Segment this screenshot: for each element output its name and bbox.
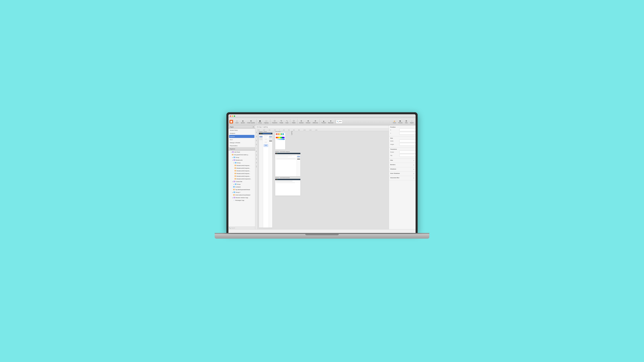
intersect-button[interactable]: ⊗ Intersect: [305, 119, 312, 125]
group-icon: ▣: [259, 120, 261, 122]
mock-dot-r: [260, 133, 260, 134]
flatten-button[interactable]: ⬡ Flatten: [291, 119, 296, 125]
layer-breadcrumb-comp-6[interactable]: Breadcrumb/Component...: [228, 177, 255, 180]
subtract-label: Subtract: [299, 122, 304, 123]
cloud-button[interactable]: ☁ Cloud: [392, 119, 397, 125]
backward-button[interactable]: ▼ Backward: [327, 119, 334, 125]
layer-breadcrumb-comp-5[interactable]: Breadcrumb/Compone...: [228, 175, 255, 177]
layer-context-bar[interactable]: ▾ Context Bar: [228, 180, 255, 183]
scale-button[interactable]: ⤡ Scale: [284, 119, 290, 125]
zoom-value: 35%: [339, 121, 342, 122]
fills-add-button[interactable]: +: [413, 160, 414, 162]
layer-breadcrumb-comp-2[interactable]: Breadcrumb/Compone...: [228, 167, 255, 169]
screen-inner: + Insert ◈ Symbol ⊕ Create Symbol ▣: [228, 114, 416, 233]
mock-card-2: [264, 141, 268, 144]
mock-content-area: [259, 134, 272, 228]
layers-section: Explorer ▾ Info Panel: [228, 147, 255, 227]
flip-label: Flip: [390, 155, 399, 156]
component-icon-5: [234, 173, 236, 174]
mock-dot-y-3: [276, 179, 277, 180]
subtract-button[interactable]: ⊖ Subtract: [298, 119, 304, 125]
flip-input[interactable]: [399, 154, 416, 157]
flatten-icon: ⬡: [293, 120, 295, 122]
size-title: Size: [390, 137, 414, 139]
layer-container[interactable]: Container: [228, 186, 255, 188]
layer-info-panel[interactable]: ▾ Info Panel: [228, 151, 255, 153]
gaussian-blur-add-button[interactable]: +: [413, 177, 414, 179]
size-section: Size Width Height: [389, 136, 416, 147]
mock-card-selected: [264, 144, 268, 147]
search-input-placeholder[interactable]: Search: [231, 227, 235, 229]
page-placeholders[interactable]: Placeholders: [228, 144, 255, 147]
canvas-area[interactable]: Explorer - Default: [258, 131, 389, 229]
transform-section: Transform Rotate Flip: [389, 147, 416, 159]
separator-4: [297, 119, 298, 124]
ruler-horizontal: -800 -600 -400 -200 0 200 400 600 800: [258, 129, 389, 131]
page-olo[interactable]: OLO: [228, 138, 255, 141]
preview-button[interactable]: ▶ Preview: [397, 119, 404, 125]
rotate-button[interactable]: ↻ Rotate: [279, 119, 284, 125]
width-input[interactable]: [399, 140, 416, 142]
mock-dot-g: [261, 133, 262, 134]
export-button[interactable]: ↑ Export: [409, 119, 414, 125]
layer-breadcrumb-comp-4[interactable]: Breadcrumb/Compone...: [228, 172, 255, 175]
rotate-input[interactable]: [399, 151, 416, 153]
view-button[interactable]: ⊞ View: [404, 119, 409, 125]
zoom-control[interactable]: 🔍 35%: [336, 120, 342, 123]
y-input[interactable]: [399, 132, 416, 135]
sketch-app: + Insert ◈ Symbol ⊕ Create Symbol ▣: [228, 114, 416, 233]
height-input[interactable]: [399, 143, 416, 146]
artboard-icon-3: [234, 181, 235, 182]
artboard-color-label: Color Panel: [275, 131, 280, 132]
difference-button[interactable]: ⊘ Difference: [312, 119, 319, 125]
page-dialogs[interactable]: Dialogs & Modals: [228, 141, 255, 144]
layer-rectangle-copy[interactable]: ▭ Rectangle Copy: [228, 199, 255, 202]
page-analyses[interactable]: Analyses: [228, 132, 255, 135]
create-symbol-button[interactable]: ⊕ Create Symbol: [246, 119, 256, 125]
y-row: Y: [390, 132, 414, 135]
layer-circle-button[interactable]: Circle button/Close/Default: [228, 194, 255, 196]
layer-breadcrumb-comp-1[interactable]: Breadcrumb/Compone...: [228, 164, 255, 167]
artboard-label-main: Explorer - Default: [259, 131, 267, 132]
layer-group-2[interactable]: ▾ Group: [228, 161, 255, 164]
group-button[interactable]: ▣ Group: [258, 119, 263, 125]
minimize-button[interactable]: [232, 115, 233, 117]
ungroup-button[interactable]: ⬚ Ungroup: [263, 119, 270, 125]
symbol-button[interactable]: ◈ Symbol: [240, 119, 246, 125]
mock-nav-item-active: [260, 136, 262, 137]
layer-browser-window[interactable]: ▸ Browser window Copy: [228, 196, 255, 199]
x-input[interactable]: [399, 129, 416, 131]
group-icon: [234, 157, 235, 158]
page-screen-sizes[interactable]: Screen Sizes: [228, 129, 255, 132]
borders-section: Borders +: [389, 163, 416, 167]
layer-breadcrumb[interactable]: ▾ Breadcrumb: [228, 159, 255, 161]
layer-group-4[interactable]: ▸ Group 2: [228, 191, 255, 194]
close-button[interactable]: [230, 115, 231, 117]
bottom-bar: [228, 229, 416, 233]
layer-top-title[interactable]: Top title/Expanded/Default: [228, 188, 255, 191]
transform-button[interactable]: ⬡ Transform: [271, 119, 278, 125]
mock-cr-3: [297, 157, 300, 158]
mock-e-h1: [276, 181, 292, 181]
maximize-button[interactable]: [234, 115, 235, 117]
insert-button[interactable]: + Insert: [234, 119, 240, 125]
component-icon-2: [234, 165, 236, 166]
layer-group-3[interactable]: ▸ Group: [228, 183, 255, 186]
inner-shadows-add-button[interactable]: +: [413, 173, 414, 175]
artboard-card-collapsed-label: Explorer - Card Detail Collapsed: [275, 151, 290, 152]
add-page-icon[interactable]: +: [253, 126, 254, 128]
inner-shadows-header: Inner Shadows +: [390, 173, 414, 175]
pages-title: Pages: [230, 126, 234, 128]
macbook-base: [215, 234, 429, 239]
layer-info-panel-circle[interactable]: Info panel/Circle button p...: [228, 153, 255, 156]
mock-e-t2: [276, 183, 295, 183]
cloud-icon: ☁: [394, 120, 395, 122]
inner-shadows-section: Inner Shadows +: [389, 172, 416, 176]
page-explorer[interactable]: Explorer: [229, 135, 254, 138]
layer-breadcrumb-comp-3[interactable]: Breadcrumb/Compone...: [228, 169, 255, 172]
forward-button[interactable]: ▲ Forward: [320, 119, 327, 125]
shadows-add-button[interactable]: +: [413, 168, 414, 170]
layer-group-1[interactable]: ▸ Group: [228, 156, 255, 159]
borders-add-button[interactable]: +: [413, 164, 414, 166]
canvas-with-ruler: -800 -600 -400 -200 0 200 400 600 800: [255, 131, 389, 229]
